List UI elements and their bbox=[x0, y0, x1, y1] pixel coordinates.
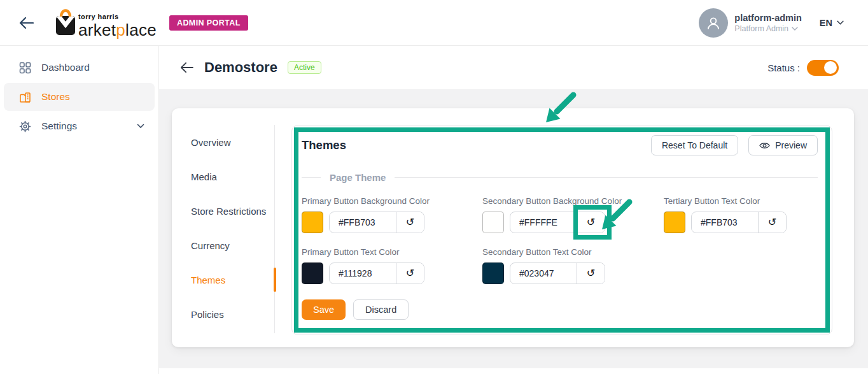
logo-main-text: arketplace bbox=[78, 22, 157, 38]
admin-portal-badge: ADMIN PORTAL bbox=[169, 15, 248, 31]
top-bar-right: platform-admin Platform Admin EN bbox=[699, 8, 844, 38]
hex-color-input[interactable] bbox=[330, 263, 396, 284]
top-bar: torry harris arketplace ADMIN PORTAL pla… bbox=[0, 0, 868, 46]
store-detail-card: Overview Media Store Restrictions Curren… bbox=[172, 108, 854, 347]
tab-overview[interactable]: Overview bbox=[191, 125, 274, 159]
color-swatch[interactable] bbox=[302, 263, 323, 284]
user-name: platform-admin bbox=[734, 13, 802, 23]
reset-icon: ↺ bbox=[587, 268, 595, 278]
store-back-button[interactable] bbox=[179, 62, 193, 73]
reset-color-button[interactable]: ↺ bbox=[577, 263, 605, 284]
color-swatch[interactable] bbox=[482, 263, 504, 284]
global-back-button[interactable] bbox=[18, 15, 34, 31]
status-toggle[interactable] bbox=[807, 60, 839, 76]
sidebar-item-stores[interactable]: Stores bbox=[4, 83, 155, 111]
reset-icon: ↺ bbox=[406, 217, 414, 227]
reset-to-default-button[interactable]: Reset To Default bbox=[651, 135, 738, 155]
gear-icon bbox=[19, 120, 31, 133]
toggle-knob bbox=[824, 61, 837, 74]
page-theme-divider: Page Theme bbox=[302, 171, 818, 183]
user-icon bbox=[705, 15, 722, 31]
chevron-down-icon bbox=[137, 124, 144, 129]
avatar[interactable] bbox=[699, 8, 728, 38]
store-building-icon bbox=[19, 91, 31, 103]
tab-store-restrictions[interactable]: Store Restrictions bbox=[191, 194, 274, 228]
tab-policies[interactable]: Policies bbox=[191, 297, 274, 331]
back-arrow-icon bbox=[179, 62, 193, 73]
reset-color-button[interactable]: ↺ bbox=[577, 212, 605, 233]
reset-color-button[interactable]: ↺ bbox=[396, 263, 424, 284]
save-button[interactable]: Save bbox=[302, 299, 346, 320]
hex-color-input[interactable] bbox=[510, 212, 577, 233]
tab-themes[interactable]: Themes bbox=[191, 263, 274, 297]
status-label: Status : bbox=[767, 62, 800, 73]
store-tabs: Overview Media Store Restrictions Curren… bbox=[191, 125, 275, 333]
content-area: Overview Media Store Restrictions Curren… bbox=[159, 89, 868, 368]
sidebar-item-label: Settings bbox=[41, 120, 77, 132]
color-swatch[interactable] bbox=[302, 212, 323, 233]
field-primary-button-text-color: Primary Button Text Color ↺ bbox=[302, 247, 482, 284]
store-header: Demostore Active Status : bbox=[159, 46, 868, 89]
chevron-down-icon bbox=[792, 27, 798, 31]
section-title: Page Theme bbox=[330, 172, 386, 183]
sidebar-item-settings[interactable]: Settings bbox=[4, 112, 155, 140]
marketplace-bag-icon bbox=[51, 8, 80, 38]
field-tertiary-button-text-color: Tertiary Button Text Color ↺ bbox=[664, 196, 818, 233]
sidebar-item-label: Dashboard bbox=[41, 62, 90, 73]
sidebar: Dashboard Stores bbox=[0, 46, 159, 374]
field-primary-button-background-color: Primary Button Background Color ↺ bbox=[302, 196, 482, 233]
sidebar-item-dashboard[interactable]: Dashboard bbox=[4, 54, 155, 82]
language-selector[interactable]: EN bbox=[820, 18, 844, 28]
themes-panel-inner: Themes Reset To Default Preview bbox=[292, 126, 832, 334]
reset-color-button[interactable]: ↺ bbox=[758, 212, 786, 233]
themes-panel: Themes Reset To Default Preview bbox=[291, 125, 832, 335]
color-swatch[interactable] bbox=[482, 212, 504, 233]
color-swatch[interactable] bbox=[664, 212, 685, 233]
app-window: torry harris arketplace ADMIN PORTAL pla… bbox=[0, 0, 868, 374]
reset-color-button[interactable]: ↺ bbox=[396, 212, 424, 233]
hex-color-input[interactable] bbox=[510, 263, 577, 284]
logo-text: torry harris arketplace bbox=[78, 13, 157, 38]
tab-currency[interactable]: Currency bbox=[191, 228, 274, 263]
eye-icon bbox=[759, 141, 770, 150]
discard-button[interactable]: Discard bbox=[353, 299, 409, 320]
theme-color-fields: Primary Button Background Color ↺ bbox=[302, 196, 818, 284]
reset-icon: ↺ bbox=[406, 268, 414, 278]
field-secondary-button-background-color: Secondary Button Background Color ↺ bbox=[482, 196, 664, 233]
sidebar-item-label: Stores bbox=[41, 91, 70, 103]
hex-color-input[interactable] bbox=[330, 212, 396, 233]
user-meta: platform-admin Platform Admin bbox=[734, 13, 802, 33]
footer-strip bbox=[159, 368, 868, 374]
reset-icon: ↺ bbox=[587, 217, 595, 227]
panel-title: Themes bbox=[302, 138, 346, 152]
annotation-arrow-icon bbox=[542, 90, 580, 128]
user-role-dropdown[interactable]: Platform Admin bbox=[734, 24, 802, 33]
status-control: Status : bbox=[767, 60, 839, 76]
status-badge: Active bbox=[288, 61, 321, 74]
chevron-down-icon bbox=[837, 20, 844, 25]
back-arrow-icon bbox=[18, 17, 34, 29]
tab-media[interactable]: Media bbox=[191, 159, 274, 194]
marketplace-logo: torry harris arketplace bbox=[51, 8, 157, 38]
reset-icon: ↺ bbox=[768, 217, 776, 227]
main-area: Demostore Active Status : Overview Media… bbox=[159, 46, 868, 374]
logo-small-text: torry harris bbox=[78, 13, 157, 20]
hex-color-input[interactable] bbox=[692, 212, 758, 233]
page-title: Demostore bbox=[204, 59, 277, 76]
preview-button[interactable]: Preview bbox=[748, 135, 818, 155]
dashboard-grid-icon bbox=[19, 62, 31, 74]
field-secondary-button-text-color: Secondary Button Text Color ↺ bbox=[482, 247, 664, 284]
